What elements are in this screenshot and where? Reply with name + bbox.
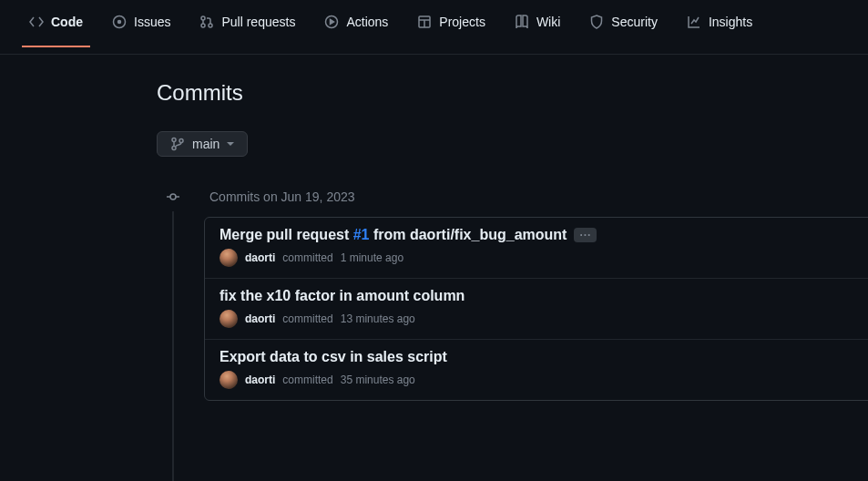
commit-meta: daorti committed 35 minutes ago <box>220 371 868 389</box>
commit-title[interactable]: Merge pull request #1 from daorti/fix_bu… <box>220 227 567 243</box>
svg-point-10 <box>170 194 176 200</box>
commit-meta: daorti committed 1 minute ago <box>220 249 868 267</box>
svg-point-1 <box>118 20 121 23</box>
tab-label: Pull requests <box>221 15 295 29</box>
tab-issues[interactable]: Issues <box>105 7 178 47</box>
tab-label: Wiki <box>536 15 560 29</box>
tab-label: Actions <box>346 15 388 29</box>
timeline-line <box>172 211 174 481</box>
timeline-date-label: Commits on Jun 19, 2023 <box>209 189 355 204</box>
tab-insights[interactable]: Insights <box>679 7 760 47</box>
caret-down-icon <box>227 140 234 148</box>
commit-action: committed <box>282 251 332 264</box>
commits-timeline: Commits on Jun 19, 2023 Merge pull reque… <box>157 189 868 401</box>
tab-security[interactable]: Security <box>582 7 665 47</box>
commit-time: 13 minutes ago <box>341 312 415 325</box>
timeline-date-header: Commits on Jun 19, 2023 <box>157 189 868 204</box>
tab-label: Code <box>51 15 83 29</box>
tab-label: Security <box>611 15 658 29</box>
commit-time: 1 minute ago <box>341 251 403 264</box>
svg-point-4 <box>209 24 212 27</box>
svg-point-3 <box>201 24 205 27</box>
tab-wiki[interactable]: Wiki <box>507 7 567 47</box>
tab-label: Projects <box>439 15 485 29</box>
page-title: Commits <box>157 80 868 106</box>
commit-marker-icon <box>158 189 188 204</box>
git-branch-icon <box>170 137 185 151</box>
svg-point-2 <box>201 16 205 20</box>
branch-selector[interactable]: main <box>157 131 248 157</box>
avatar[interactable] <box>220 310 238 328</box>
commit-action: committed <box>282 374 332 386</box>
svg-point-8 <box>172 147 176 150</box>
commit-item[interactable]: fix the x10 factor in amount column daor… <box>205 279 868 340</box>
table-icon <box>417 15 432 29</box>
svg-point-7 <box>172 138 176 142</box>
shield-icon <box>589 15 604 29</box>
commit-item[interactable]: Merge pull request #1 from daorti/fix_bu… <box>205 218 868 279</box>
pr-link[interactable]: #1 <box>353 227 370 242</box>
svg-point-9 <box>179 139 183 143</box>
git-pull-request-icon <box>199 15 214 29</box>
code-icon <box>29 15 44 29</box>
tab-label: Issues <box>134 15 170 29</box>
commit-author[interactable]: daorti <box>245 312 275 325</box>
tab-pull-requests[interactable]: Pull requests <box>192 7 302 47</box>
branch-name: main <box>192 137 220 151</box>
book-icon <box>515 15 529 29</box>
commits-list: Merge pull request #1 from daorti/fix_bu… <box>204 217 868 401</box>
tab-label: Insights <box>709 15 752 29</box>
expand-commit-message-button[interactable]: ··· <box>574 228 597 242</box>
play-icon <box>324 15 339 29</box>
commit-title[interactable]: Export data to csv in sales script <box>220 349 447 365</box>
commit-meta: daorti committed 13 minutes ago <box>220 310 868 328</box>
commit-time: 35 minutes ago <box>341 374 415 386</box>
commit-title[interactable]: fix the x10 factor in amount column <box>220 288 465 304</box>
commit-author[interactable]: daorti <box>245 251 275 264</box>
tab-actions[interactable]: Actions <box>317 7 395 47</box>
issues-icon <box>112 15 127 29</box>
repo-nav: Code Issues Pull requests Actions Projec… <box>0 0 868 55</box>
avatar[interactable] <box>220 249 238 267</box>
graph-icon <box>687 15 701 29</box>
commit-action: committed <box>282 312 332 325</box>
commit-author[interactable]: daorti <box>245 374 275 386</box>
avatar[interactable] <box>220 371 238 389</box>
tab-code[interactable]: Code <box>22 7 90 47</box>
commit-item[interactable]: Export data to csv in sales script daort… <box>205 340 868 400</box>
tab-projects[interactable]: Projects <box>410 7 493 47</box>
